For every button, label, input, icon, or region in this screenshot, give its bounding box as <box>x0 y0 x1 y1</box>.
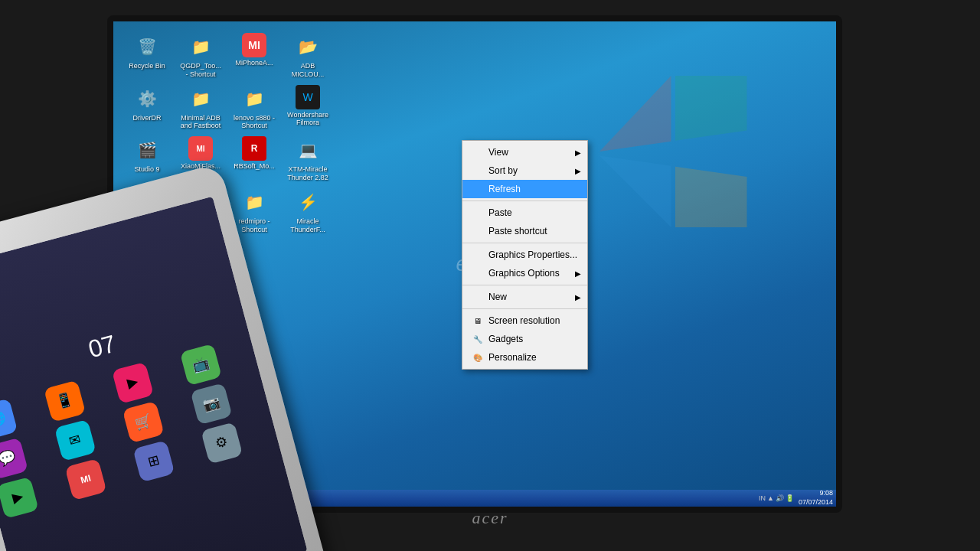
minimal-adb-label: Minimal ADB and Fastboot <box>178 114 223 131</box>
context-menu-sep-3 <box>462 285 587 285</box>
desktop-icon-lenovo[interactable]: 📁 lenovo s880 - Shortcut <box>232 85 276 131</box>
rbsoft-icon: R <box>242 136 266 161</box>
recycle-bin-label: Recycle Bin <box>129 62 165 70</box>
lenovo-label: lenovo s880 - Shortcut <box>232 114 276 131</box>
phone-app-chrome: 🌐 <box>0 398 18 440</box>
studio9-icon: 🎬 <box>133 136 161 164</box>
driverdr-icon: ⚙️ <box>133 85 161 112</box>
refresh-icon <box>472 183 484 195</box>
new-arrow: ▶ <box>575 293 581 302</box>
desktop-icon-qdgp[interactable]: 📁 QGDP_Too... - Shortcut <box>178 33 223 79</box>
context-menu-paste-shortcut[interactable]: Paste shortcut <box>462 222 587 240</box>
miphone-label: MiPhoneA... <box>235 59 273 67</box>
taskbar-date-display: 07/07/2014 <box>799 498 833 507</box>
view-arrow: ▶ <box>575 148 581 157</box>
graphics-properties-icon <box>472 249 484 261</box>
context-menu-paste-label: Paste <box>488 207 512 218</box>
desktop-icon-xtm[interactable]: 💻 XTM-Miracle Thunder 2.82 <box>286 136 330 182</box>
context-menu-refresh-label: Refresh <box>488 184 521 194</box>
desktop-icon-wondershare[interactable]: W Wondershare Filmora <box>286 85 330 131</box>
context-menu-paste[interactable]: Paste <box>462 204 587 222</box>
phone-app-camera: 📷 <box>190 383 232 425</box>
phone-app-mi2: MI <box>64 458 106 500</box>
phone-app-chat: 💬 <box>0 437 28 479</box>
phone-app-grid: 🌐 📱 ▶ 📺 💬 ✉ 🛒 📷 ▶ MI ⊞ ⚙ <box>0 326 281 528</box>
phone-app-apps: ⊞ <box>132 440 175 482</box>
phone-app-tv: 📺 <box>180 344 222 386</box>
desktop-icon-recycle-bin[interactable]: 🗑️ Recycle Bin <box>125 33 169 79</box>
gadgets-icon: 🔧 <box>472 333 484 345</box>
phone-app-mail: ✉ <box>54 419 96 461</box>
phone-time: 07 <box>85 329 119 364</box>
phone-app-store: 🛒 <box>122 401 164 443</box>
desktop-icon-studio9[interactable]: 🎬 Studio 9 <box>125 136 169 182</box>
studio9-label: Studio 9 <box>134 165 159 174</box>
taskbar-system-icons: IN ▲ 🔊 🔋 <box>759 494 794 502</box>
taskbar-time-display: 9:08 <box>799 489 833 498</box>
desktop-icon-adb[interactable]: 📂 ADB MICLOU... <box>286 33 330 79</box>
miphone-icon: MI <box>242 33 266 57</box>
context-menu-new-label: New <box>488 292 507 302</box>
context-menu-graphics-properties-label: Graphics Properties... <box>488 249 577 260</box>
wondershare-icon: W <box>296 85 320 109</box>
qdgp-icon: 📁 <box>187 33 214 60</box>
rbsoft-label: RBSoft_Mo... <box>234 162 275 171</box>
context-menu-graphics-properties[interactable]: Graphics Properties... <box>462 246 587 264</box>
phone-app-mi: 📱 <box>44 380 86 422</box>
windows-logo <box>591 67 760 236</box>
driverdr-label: DriverDR <box>133 114 162 122</box>
view-icon <box>472 146 484 158</box>
battery-icon: 🔋 <box>786 494 794 502</box>
redmipro-label: redmipro - Shortcut <box>232 217 276 234</box>
network-icon: IN <box>759 494 766 502</box>
phone-app-play: ▶ <box>0 476 39 518</box>
context-menu-gadgets[interactable]: 🔧 Gadgets <box>462 330 587 348</box>
context-menu-sep-4 <box>462 308 587 309</box>
xtm-label: XTM-Miracle Thunder 2.82 <box>286 165 330 182</box>
context-menu-sort-by[interactable]: Sort by ▶ <box>462 161 587 180</box>
desktop-icon-redmipro[interactable]: 📁 redmipro - Shortcut <box>232 188 276 234</box>
context-menu-screen-resolution[interactable]: 🖥 Screen resolution <box>462 311 587 330</box>
taskbar-clock: 9:08 07/07/2014 <box>799 489 833 507</box>
wondershare-label: Wondershare Filmora <box>286 111 330 128</box>
desktop-icon-driverdr[interactable]: ⚙️ DriverDR <box>125 85 169 131</box>
context-menu-sep-1 <box>462 201 587 201</box>
paste-shortcut-icon <box>472 225 484 237</box>
context-menu-sort-label: Sort by <box>488 165 518 176</box>
context-menu-view[interactable]: View ▶ <box>462 143 587 161</box>
sort-by-icon <box>472 165 484 177</box>
desktop-icon-rbsoft[interactable]: R RBSoft_Mo... <box>232 136 276 182</box>
desktop-icon-miphone[interactable]: MI MiPhoneA... <box>232 33 276 79</box>
context-menu-new[interactable]: New ▶ <box>462 288 587 306</box>
context-menu-personalize[interactable]: 🎨 Personalize <box>462 348 587 367</box>
sort-arrow: ▶ <box>575 167 581 175</box>
context-menu-refresh[interactable]: Refresh <box>462 180 587 198</box>
lenovo-icon: 📁 <box>240 85 268 112</box>
xiaomiflash-icon: MI <box>188 136 213 161</box>
miracle-thunder-icon: ⚡ <box>294 188 322 216</box>
personalize-icon: 🎨 <box>472 351 484 364</box>
context-menu-view-label: View <box>488 147 508 158</box>
acer-brand-logo: acer <box>472 508 508 528</box>
minimal-adb-icon: 📁 <box>187 85 214 112</box>
volume-icon[interactable]: 🔊 <box>776 494 784 502</box>
context-menu-paste-shortcut-label: Paste shortcut <box>488 226 547 236</box>
context-menu: View ▶ Sort by ▶ Refresh Paste Paste sho… <box>462 140 588 370</box>
context-menu-graphics-options[interactable]: Graphics Options ▶ <box>462 264 587 282</box>
xtm-icon: 💻 <box>294 136 322 164</box>
desktop-icon-minimal-adb[interactable]: 📁 Minimal ADB and Fastboot <box>178 85 223 131</box>
adb-label: ADB MICLOU... <box>286 62 330 79</box>
context-menu-graphics-options-label: Graphics Options <box>488 268 560 279</box>
context-menu-personalize-label: Personalize <box>488 352 537 363</box>
phone-app-settings: ⚙ <box>201 422 243 464</box>
new-icon <box>472 291 484 303</box>
miracle-thunder-label: Miracle ThunderF... <box>286 217 330 234</box>
context-menu-gadgets-label: Gadgets <box>488 334 523 344</box>
recycle-bin-icon: 🗑️ <box>133 33 161 60</box>
adb-icon: 📂 <box>294 33 322 60</box>
notification-arrow[interactable]: ▲ <box>767 494 774 502</box>
paste-icon <box>472 207 484 219</box>
desktop-icon-miracle-thunder[interactable]: ⚡ Miracle ThunderF... <box>286 188 330 234</box>
graphics-options-icon <box>472 267 484 279</box>
phone-app-youtube: ▶ <box>112 361 154 403</box>
